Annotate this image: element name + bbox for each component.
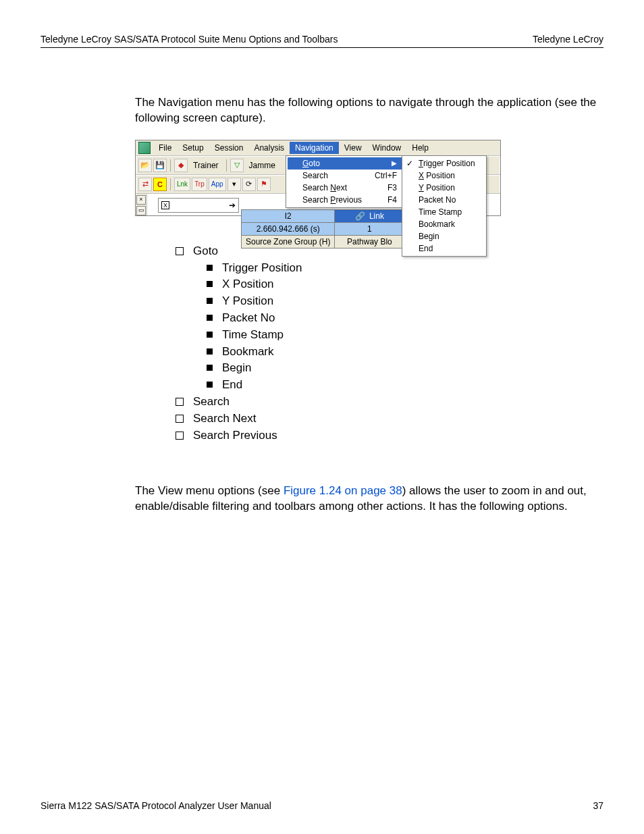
li-trigger-position: Trigger Position bbox=[222, 260, 302, 276]
x-cursor-icon: X bbox=[161, 201, 169, 209]
dropdown-arrow-icon[interactable]: ▾ bbox=[227, 178, 241, 191]
li-search-next: Search Next bbox=[193, 411, 257, 427]
app-button[interactable]: App bbox=[209, 178, 226, 191]
bullet-fill-icon bbox=[207, 365, 213, 371]
li-search: Search bbox=[193, 394, 230, 410]
trace-grid: I2 🔗Link 2.660.942.666 (s) 1 Source Zone… bbox=[241, 209, 404, 249]
cell-i2[interactable]: I2 bbox=[242, 209, 335, 222]
refresh-icon[interactable]: ⟳ bbox=[242, 178, 256, 191]
options-list: Goto Trigger Position X Position Y Posit… bbox=[176, 243, 603, 444]
goto-trigger-position[interactable]: ✓ Trigger Position bbox=[404, 157, 520, 170]
bullet-fill-icon bbox=[207, 265, 213, 271]
li-goto: Goto bbox=[193, 243, 218, 259]
bullet-open-icon bbox=[176, 432, 184, 440]
nav-goto[interactable]: Goto▶ bbox=[288, 157, 404, 170]
check-icon: ✓ bbox=[406, 159, 413, 168]
expand-pane-icon[interactable]: ▭ bbox=[136, 206, 146, 215]
bullet-open-icon bbox=[176, 415, 184, 423]
view-paragraph: The View menu options (see Figure 1.24 o… bbox=[135, 484, 603, 515]
link-icon: 🔗 bbox=[355, 211, 365, 221]
goto-packet-no[interactable]: Packet No bbox=[404, 194, 520, 206]
cell-one[interactable]: 1 bbox=[335, 222, 404, 235]
page-footer: Sierra M122 SAS/SATA Protocol Analyzer U… bbox=[41, 800, 603, 811]
li-x-position: X Position bbox=[222, 276, 274, 292]
cell-link[interactable]: 🔗Link bbox=[335, 209, 404, 222]
goto-begin[interactable]: Begin bbox=[404, 230, 520, 242]
nav-search-next[interactable]: Search NextF3 bbox=[288, 182, 404, 194]
goto-x-position[interactable]: X Position bbox=[404, 170, 520, 182]
menu-navigation[interactable]: Navigation bbox=[290, 142, 339, 154]
cursor-box[interactable]: X ➔ bbox=[158, 198, 239, 213]
trp-button[interactable]: Trp bbox=[192, 178, 207, 191]
close-pane-icon[interactable]: × bbox=[136, 195, 146, 205]
page-number: 37 bbox=[593, 800, 603, 811]
trainer-label[interactable]: Trainer bbox=[189, 161, 223, 170]
bullet-open-icon bbox=[176, 247, 184, 255]
flag-icon[interactable]: ⚑ bbox=[257, 178, 271, 191]
menu-help[interactable]: Help bbox=[406, 142, 434, 154]
li-end: End bbox=[222, 377, 242, 393]
li-begin: Begin bbox=[222, 360, 251, 376]
page-header: Teledyne LeCroy SAS/SATA Protocol Suite … bbox=[41, 34, 603, 48]
shield-icon[interactable]: ▽ bbox=[230, 159, 244, 172]
nav-search[interactable]: SearchCtrl+F bbox=[288, 170, 404, 182]
goto-end[interactable]: End bbox=[404, 242, 520, 255]
header-right: Teledyne LeCroy bbox=[533, 34, 603, 45]
app-icon bbox=[138, 142, 151, 154]
nav-search-previous[interactable]: Search PreviousF4 bbox=[288, 194, 404, 206]
submenu-arrow-icon: ▶ bbox=[392, 159, 397, 167]
goto-time-stamp[interactable]: Time Stamp bbox=[404, 206, 520, 218]
cell-time[interactable]: 2.660.942.666 (s) bbox=[242, 222, 335, 235]
bullet-fill-icon bbox=[207, 315, 213, 321]
menu-file[interactable]: File bbox=[153, 142, 177, 154]
diamond-icon[interactable]: ◆ bbox=[174, 159, 188, 172]
goto-y-position[interactable]: Y Position bbox=[404, 182, 520, 194]
intro-paragraph: The Navigation menu has the following op… bbox=[135, 95, 603, 126]
lnk-button[interactable]: Lnk bbox=[174, 178, 190, 191]
bullet-open-icon bbox=[176, 398, 184, 406]
menu-setup[interactable]: Setup bbox=[177, 142, 209, 154]
li-y-position: Y Position bbox=[222, 293, 273, 309]
bullet-fill-icon bbox=[207, 332, 213, 338]
li-search-previous: Search Previous bbox=[193, 427, 277, 444]
figure-link[interactable]: Figure 1.24 on page 38 bbox=[284, 484, 402, 497]
screenshot: File Setup Session Analysis Navigation V… bbox=[135, 140, 501, 216]
navigation-dropdown: Goto▶ SearchCtrl+F Search NextF3 Search … bbox=[286, 155, 404, 208]
header-left: Teledyne LeCroy SAS/SATA Protocol Suite … bbox=[41, 34, 338, 45]
bullet-fill-icon bbox=[207, 382, 213, 388]
c-icon[interactable]: C bbox=[153, 178, 167, 191]
open-icon[interactable]: 📂 bbox=[138, 159, 152, 172]
port-icon[interactable]: ⇄ bbox=[138, 178, 152, 191]
menubar: File Setup Session Analysis Navigation V… bbox=[136, 140, 500, 156]
li-packet-no: Packet No bbox=[222, 310, 275, 326]
save-icon[interactable]: 💾 bbox=[153, 159, 167, 172]
menu-analysis[interactable]: Analysis bbox=[248, 142, 290, 154]
cell-path[interactable]: Pathway Blo bbox=[335, 235, 404, 248]
li-bookmark: Bookmark bbox=[222, 344, 274, 360]
cell-src[interactable]: Source Zone Group (H) bbox=[242, 235, 335, 248]
bullet-fill-icon bbox=[207, 298, 213, 304]
li-time-stamp: Time Stamp bbox=[222, 327, 284, 343]
jammer-label[interactable]: Jamme bbox=[245, 161, 279, 170]
menu-window[interactable]: Window bbox=[367, 142, 407, 154]
bullet-fill-icon bbox=[207, 348, 213, 355]
footer-left: Sierra M122 SAS/SATA Protocol Analyzer U… bbox=[41, 800, 271, 811]
menu-session[interactable]: Session bbox=[209, 142, 249, 154]
goto-submenu: ✓ Trigger Position X Position Y Position… bbox=[402, 155, 487, 257]
bullet-fill-icon bbox=[207, 281, 213, 287]
menu-view[interactable]: View bbox=[339, 142, 367, 154]
arrow-right-icon: ➔ bbox=[229, 201, 236, 210]
goto-bookmark[interactable]: Bookmark bbox=[404, 218, 520, 230]
